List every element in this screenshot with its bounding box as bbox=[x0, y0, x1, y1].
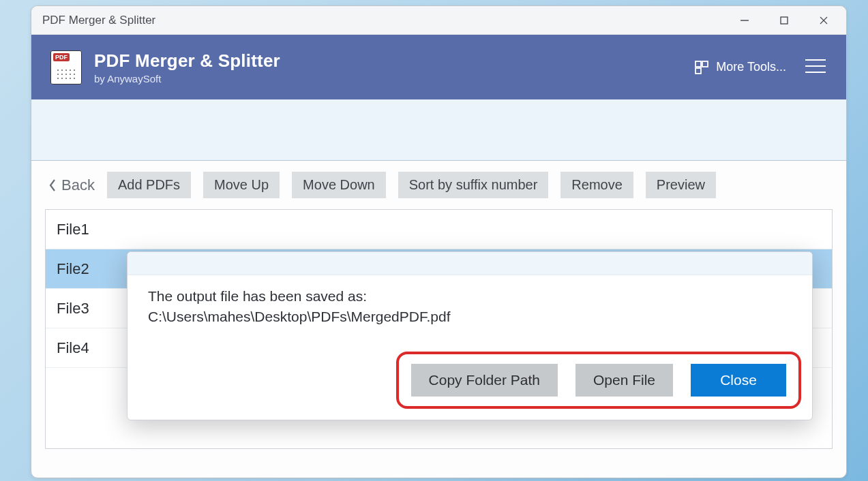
more-tools-button[interactable]: More Tools... bbox=[694, 60, 786, 75]
copy-folder-path-button[interactable]: Copy Folder Path bbox=[411, 364, 558, 397]
file-row[interactable]: File1 bbox=[46, 210, 832, 249]
dialog-actions-highlight: Copy Folder Path Open File Close bbox=[396, 352, 801, 409]
sort-button[interactable]: Sort by suffix number bbox=[398, 172, 549, 198]
dialog-message-line2: C:\Users\mahes\Desktop\PDFs\MergedPDF.pd… bbox=[148, 307, 792, 327]
move-down-button[interactable]: Move Down bbox=[292, 172, 386, 198]
back-label: Back bbox=[61, 176, 95, 194]
svg-rect-6 bbox=[695, 68, 701, 74]
svg-rect-1 bbox=[781, 17, 788, 24]
window-close-button[interactable] bbox=[804, 8, 843, 33]
app-window: PDF Merger & Splitter PDF Merger & Split… bbox=[31, 5, 847, 478]
close-dialog-button[interactable]: Close bbox=[691, 364, 786, 397]
open-file-button[interactable]: Open File bbox=[575, 364, 673, 397]
dialog-message-line1: The output file has been saved as: bbox=[148, 286, 792, 307]
window-title: PDF Merger & Splitter bbox=[42, 14, 155, 27]
svg-rect-5 bbox=[702, 61, 708, 67]
back-button[interactable]: Back bbox=[48, 176, 95, 194]
app-banner: PDF Merger & Splitter by AnywaySoft More… bbox=[31, 35, 846, 99]
app-title: PDF Merger & Splitter bbox=[94, 50, 280, 72]
window-maximize-button[interactable] bbox=[764, 8, 804, 33]
window-minimize-button[interactable] bbox=[725, 8, 764, 33]
move-up-button[interactable]: Move Up bbox=[203, 172, 280, 198]
window-titlebar: PDF Merger & Splitter bbox=[31, 6, 846, 35]
app-subtitle: by AnywaySoft bbox=[94, 73, 280, 84]
remove-button[interactable]: Remove bbox=[560, 172, 633, 198]
app-logo-icon bbox=[50, 50, 82, 84]
hamburger-menu-button[interactable] bbox=[804, 57, 827, 78]
banner-strip bbox=[31, 99, 846, 161]
more-tools-label: More Tools... bbox=[716, 60, 786, 74]
toolbar: Back Add PDFs Move Up Move Down Sort by … bbox=[31, 161, 846, 206]
svg-rect-4 bbox=[695, 61, 701, 67]
dialog-titlebar bbox=[128, 252, 812, 275]
add-pdfs-button[interactable]: Add PDFs bbox=[107, 172, 191, 198]
save-complete-dialog: The output file has been saved as: C:\Us… bbox=[127, 251, 813, 420]
preview-button[interactable]: Preview bbox=[646, 172, 716, 198]
